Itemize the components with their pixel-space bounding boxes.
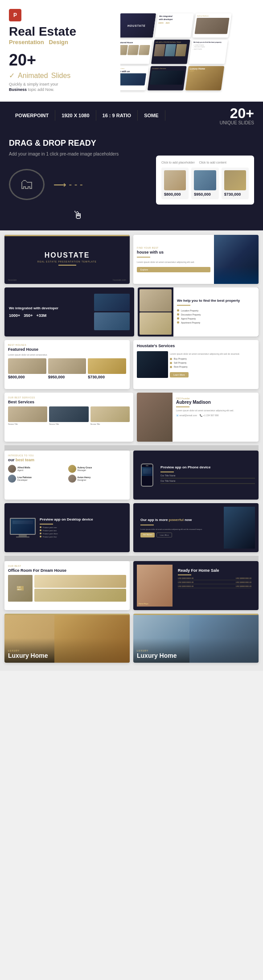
stat-powerpoint: POWERPOINT: [9, 110, 55, 121]
aubrey-image: [137, 393, 173, 442]
slide-integrated: We integrated with developer 1000+ 350+ …: [4, 287, 134, 336]
houstate-line: [58, 265, 76, 266]
animated-label: ✓ Animated Slides: [9, 71, 80, 80]
slide-preview-desktop: Preview app on Desktop device Feature po…: [4, 503, 130, 552]
stat-resolution: 1920 X 1080: [55, 110, 96, 121]
slide-luxury2: LUXURY Luxury Home: [133, 614, 259, 663]
team-member-2: Aubrey Grace Manager: [68, 465, 127, 473]
property-card-3: $730,000: [222, 168, 249, 199]
prop-mini-3: $730,000: [88, 358, 126, 379]
property-price-3: $730,000: [224, 192, 246, 197]
property-card-1: $800,000: [161, 168, 189, 199]
slide-preview-phone: Preview app on Phone device Our Title Na…: [133, 451, 259, 500]
team-member-1: Alfred Wells Agent: [8, 465, 66, 473]
stats-bar: POWERPOINT 1920 X 1080 16 : 9 RATIO SOME…: [0, 102, 263, 130]
member-avatar-1: [8, 465, 16, 473]
member-avatar-2: [68, 465, 76, 473]
slide-ready-home: Home Keys Ready For Home Sale USD $00000…: [133, 561, 259, 610]
stat-some: SOME: [138, 110, 165, 121]
team-members: Alfred Wells Agent Aubrey Grace Manager: [8, 465, 126, 483]
slide-luxury1: LUXURY Luxury Home: [4, 614, 130, 663]
team-member-4: Aston Henry Designer: [68, 475, 127, 483]
property-price-2: $950,000: [194, 192, 216, 197]
slides-section: HOUSTATE REAL ESTATE PRESENTATION TEMPLA…: [0, 230, 263, 671]
slides-row-4: Our Best Services Best Services Service …: [4, 393, 259, 442]
slides-row-6: Preview app on Desktop device Feature po…: [4, 503, 259, 552]
property-image-1: [164, 170, 186, 190]
member-avatar-3: [8, 475, 16, 483]
prop-mini-2: $950,000: [48, 358, 86, 379]
slide-services: Houstate's Services Lorem ipsum dolor si…: [133, 340, 259, 389]
houstate-sub: REAL ESTATE PRESENTATION TEMPLATE: [37, 260, 97, 263]
drag-drop-section: DRAG & DROP READY Add your image in 1 cl…: [0, 130, 263, 230]
property-preview-card: Click to add placeholder Click to add co…: [156, 156, 254, 205]
hero-section: P Real Estate Presentation Design 20+ ✓ …: [0, 0, 263, 102]
slide-featured: Best Houses Featured House Lorem ipsum d…: [4, 340, 130, 389]
mouse-icon: 🖱: [9, 209, 147, 221]
section-sep-1: [4, 445, 259, 451]
prop-mini-1: $800,000: [8, 358, 46, 379]
services-btn[interactable]: Learn More: [170, 372, 189, 377]
slide-office: Our Best Office Room For Dream House FOR…: [4, 561, 130, 610]
drag-desc: Add your image in 1 click pre-made image…: [9, 151, 147, 157]
featured-properties: $800,000 $950,000 $730,000: [8, 358, 126, 379]
slides-row-1: HOUSTATE REAL ESTATE PRESENTATION TEMPLA…: [4, 235, 259, 284]
find-house-image: [214, 235, 259, 284]
houstate-logo: HOUSTATE: [45, 251, 90, 259]
slides-preview: HOUSTATE We integratedwith developer 100…: [120, 4, 259, 94]
property-image-2: [194, 170, 216, 190]
powerpoint-icon: P: [9, 9, 21, 21]
slides-row-7: Our Best Office Room For Dream House FOR…: [4, 561, 259, 610]
slide-houstate: HOUSTATE REAL ESTATE PRESENTATION TEMPLA…: [4, 235, 130, 284]
folder-icon: 🗂: [9, 169, 45, 200]
slide-count: 20+: [9, 51, 80, 70]
team-member-3: Lisa Pakistan Developer: [8, 475, 66, 483]
hero-desc: Quickly & simply insert your Business to…: [9, 82, 67, 93]
section-sep-2: [4, 556, 259, 561]
slide-aubrey: CEO Founder Aubrey Madison Lorem ipsum d…: [137, 393, 259, 442]
stat-ratio: 16 : 9 RATIO: [96, 110, 138, 121]
unique-slides-count: 20+ UNIQUE SLIDES: [220, 106, 254, 125]
app-title: Real Estate: [9, 25, 80, 39]
slide-best-services: Our Best Services Best Services Service …: [4, 393, 133, 442]
property-image-3: [224, 170, 246, 190]
slides-row-8: LUXURY Luxury Home LUXURY Luxury Home: [4, 614, 259, 663]
member-avatar-4: [68, 475, 76, 483]
slide-help-find: We help you to find the best property Lo…: [138, 287, 259, 336]
property-price-1: $800,000: [164, 192, 186, 197]
slide-team: Introduce to you our best team Alfred We…: [4, 451, 130, 500]
arrow-icon: ⟶ - - -: [53, 179, 83, 190]
slides-row-2: We integrated with developer 1000+ 350+ …: [4, 287, 259, 336]
property-card-2: $950,000: [191, 168, 218, 199]
app-subtitle: Presentation Design: [9, 39, 80, 45]
drag-left-content: DRAG & DROP READY Add your image in 1 cl…: [9, 139, 147, 221]
slides-row-3: Best Houses Featured House Lorem ipsum d…: [4, 340, 259, 389]
property-cards: $800,000 $950,000 $730,000: [161, 168, 249, 199]
slide-app-powerful: Our app is more powerful now Lorem ipsum…: [133, 503, 259, 552]
slide-find-house: Find your best house with us Lorem ipsum…: [133, 235, 259, 284]
drag-title: DRAG & DROP READY: [9, 139, 147, 148]
slides-row-5: Introduce to you our best team Alfred We…: [4, 451, 259, 500]
find-house-btn[interactable]: Explore: [137, 267, 210, 272]
